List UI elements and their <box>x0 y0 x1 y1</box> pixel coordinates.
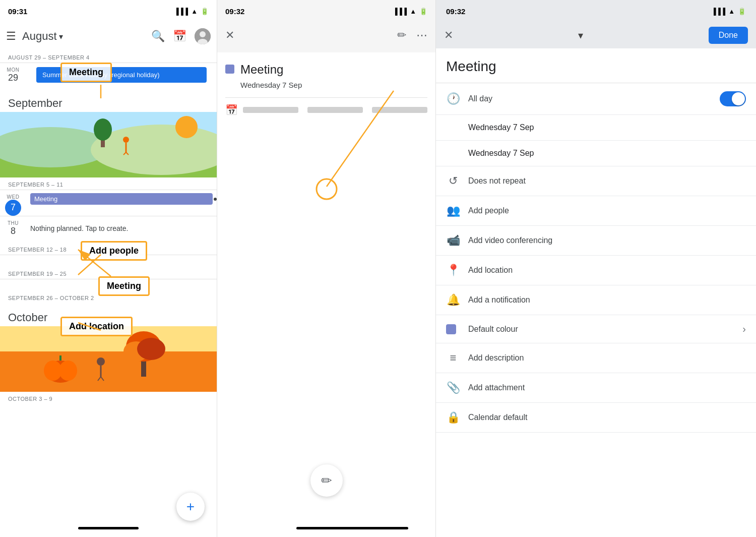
location-icon: 📍 <box>446 264 460 277</box>
status-bar-3: 09:32 ▐▐▐ ▲ 🔋 <box>436 0 756 22</box>
header-icons: 🔍 📅 <box>151 28 211 44</box>
wifi-icon-3: ▲ <box>728 8 735 15</box>
plus-icon: + <box>186 499 195 515</box>
event-detail-topbar: ✕ ✏ ⋯ <box>217 22 435 48</box>
add-location-label: Add location <box>468 266 513 275</box>
status-bar-1: 09:31 ▐▐▐ ▲ 🔋 <box>0 0 217 22</box>
pencil-icon: ✏ <box>321 473 332 489</box>
day-events-7[interactable]: Meeting <box>26 190 217 216</box>
panel-event-detail: 09:32 ▐▐▐ ▲ 🔋 ✕ ✏ ⋯ Meeting Wednesday 7 … <box>217 0 436 537</box>
calendar-detail-icon: 📅 <box>225 104 238 116</box>
avatar[interactable] <box>195 28 211 44</box>
month-selector[interactable]: August ▾ <box>22 30 63 43</box>
people-icon: 👥 <box>446 204 460 217</box>
bottom-bar-3 <box>0 523 756 533</box>
status-bar-2: 09:32 ▐▐▐ ▲ 🔋 <box>217 0 435 22</box>
chevron-down-icon[interactable]: ▾ <box>578 29 583 41</box>
bell-icon: 🔔 <box>446 293 460 307</box>
default-colour-row[interactable]: Default colour › <box>436 315 756 343</box>
calendar-today-icon[interactable]: 📅 <box>173 30 186 43</box>
hamburger-icon[interactable]: ☰ <box>6 30 16 43</box>
battery-icon: 🔋 <box>201 8 209 15</box>
video-conferencing-row[interactable]: 📹 Add video conferencing <box>436 226 756 256</box>
edit-title-section: Meeting <box>436 48 756 83</box>
add-people-row[interactable]: 👥 Add people <box>436 196 756 226</box>
wed7-row: WED 7 Meeting <box>0 190 217 216</box>
repeat-row[interactable]: ↺ Does not repeat <box>436 166 756 196</box>
signal-icon-3: ▐▐▐ <box>711 8 725 15</box>
month-label: August <box>22 30 57 43</box>
start-date-value: Wednesday 7 Sep <box>468 123 534 132</box>
wifi-icon-2: ▲ <box>410 8 416 15</box>
signal-icon: ▐▐▐ <box>174 8 188 15</box>
topbar-actions: ✏ ⋯ <box>397 29 427 42</box>
meeting-annotation: Meeting <box>98 276 150 296</box>
calendar-header: ☰ August ▾ 🔍 📅 <box>0 22 217 50</box>
blurred-detail-1 <box>243 107 298 113</box>
status-icons-1: ▐▐▐ ▲ 🔋 <box>174 8 209 15</box>
add-event-fab[interactable]: + <box>176 493 205 521</box>
day-number-29: 29 <box>8 73 18 84</box>
meeting-annotation-p3: Meeting <box>60 63 112 82</box>
september-illustration <box>0 112 217 177</box>
meeting-event-chip[interactable]: Meeting <box>30 193 213 205</box>
add-notification-label: Add a notification <box>468 295 530 305</box>
all-day-row[interactable]: 🕐 All day <box>436 83 756 115</box>
svg-point-7 <box>175 116 198 138</box>
done-button[interactable]: Done <box>709 27 748 44</box>
day-col-mon: MON 29 <box>0 63 26 89</box>
add-attachment-row[interactable]: 📎 Add attachment <box>436 373 756 403</box>
toggle-knob <box>732 92 745 105</box>
add-notification-row[interactable]: 🔔 Add a notification <box>436 285 756 315</box>
edit-form: Meeting 🕐 All day Wednesday 7 Sep Wednes… <box>436 48 756 537</box>
start-date-row[interactable]: Wednesday 7 Sep <box>436 115 756 141</box>
video-icon: 📹 <box>446 234 460 247</box>
status-time-3: 09:32 <box>446 7 465 16</box>
attachment-icon: 📎 <box>446 381 460 394</box>
add-location-annotation: Add location <box>60 317 133 336</box>
default-colour-label: Default colour <box>468 325 518 334</box>
edit-button[interactable]: ✏ <box>397 29 406 42</box>
all-day-toggle[interactable] <box>720 91 746 106</box>
add-location-row[interactable]: 📍 Add location <box>436 256 756 285</box>
end-date-row[interactable]: Wednesday 7 Sep <box>436 141 756 166</box>
repeat-label: Does not repeat <box>468 176 526 186</box>
search-icon[interactable]: 🔍 <box>151 30 165 43</box>
video-conferencing-label: Add video conferencing <box>468 236 552 245</box>
day-number-7: 7 <box>5 200 21 216</box>
event-date: Wednesday 7 Sep <box>240 81 427 89</box>
svg-point-24 <box>97 357 105 366</box>
svg-point-9 <box>94 118 112 141</box>
edit-event-title: Meeting <box>446 58 496 74</box>
status-time-1: 09:31 <box>8 7 27 16</box>
event-calendar-row: 📅 <box>225 97 427 122</box>
event-title-row: Meeting <box>225 63 427 77</box>
event-title: Meeting <box>240 63 283 77</box>
edit-fab[interactable]: ✏ <box>310 464 343 497</box>
day-label-mon: MON <box>7 67 20 73</box>
dropdown-icon: ▾ <box>59 32 63 41</box>
day-number-8: 8 <box>11 226 16 237</box>
thu8-row: THU 8 Nothing planned. Tap to create. <box>0 216 217 241</box>
nothing-planned-text: Nothing planned. Tap to create. <box>30 219 213 237</box>
svg-point-1 <box>200 31 206 37</box>
add-attachment-label: Add attachment <box>468 383 525 392</box>
sep-illustration-svg <box>0 112 217 177</box>
calendar-default-label: Calendar default <box>468 413 527 422</box>
svg-rect-15 <box>0 351 217 392</box>
chevron-right-icon: › <box>742 323 746 335</box>
september-label: September <box>0 89 217 112</box>
add-description-label: Add description <box>468 353 524 363</box>
september-section: September <box>0 89 217 177</box>
more-button[interactable]: ⋯ <box>416 29 427 42</box>
day-events-29: Summer Bank Holiday (regional holiday) <box>26 63 217 89</box>
day-events-8[interactable]: Nothing planned. Tap to create. <box>26 216 217 241</box>
day-label-thu: THU <box>8 220 19 226</box>
svg-point-18 <box>59 361 77 381</box>
close-edit-button[interactable]: ✕ <box>444 29 453 42</box>
calendar-default-row[interactable]: 🔒 Calendar default <box>436 403 756 433</box>
close-button[interactable]: ✕ <box>225 29 234 42</box>
add-description-row[interactable]: ≡ Add description <box>436 343 756 373</box>
day-label-wed: WED <box>7 194 20 200</box>
status-icons-3: ▐▐▐ ▲ 🔋 <box>711 8 746 15</box>
